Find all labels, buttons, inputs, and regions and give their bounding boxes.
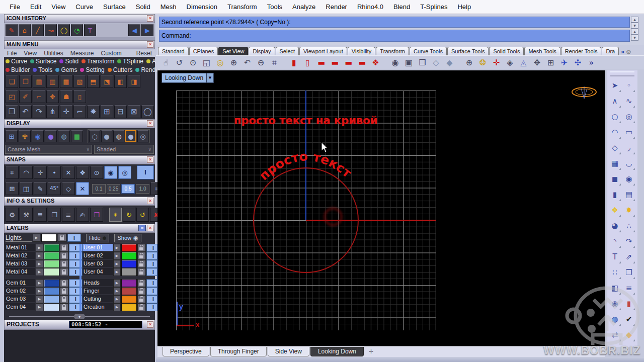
layout-icon[interactable]: ▦ [71, 130, 83, 142]
menu-item[interactable]: Help [453, 2, 475, 12]
layer-expand-icon[interactable]: ▶ [113, 287, 121, 295]
layer-color-swatch[interactable] [121, 303, 137, 311]
tool-icon[interactable]: ✥ [46, 90, 59, 103]
layer-expand-icon[interactable]: ▶ [113, 279, 121, 287]
main-menu-item[interactable]: Measure [70, 50, 94, 57]
close-icon[interactable]: ✕ [147, 41, 153, 48]
polyline-icon[interactable]: ∧ [608, 94, 622, 109]
layer-name[interactable]: Cutting [83, 295, 113, 302]
bent-surface-icon[interactable]: ◡ [622, 156, 636, 171]
history-next-icon[interactable]: ▶ [141, 24, 153, 36]
menu-item[interactable]: View [47, 2, 70, 12]
plane-view-icon[interactable]: ✈ [557, 57, 571, 69]
near-snap-icon[interactable]: ◠ [20, 166, 33, 179]
lock-icon[interactable] [137, 260, 146, 268]
lock-icon[interactable] [137, 244, 146, 252]
duplicate-icon[interactable]: ❐ [622, 265, 636, 281]
snap-increment-button[interactable]: 0.25 [107, 184, 120, 194]
undo-view-icon[interactable]: ↶ [240, 57, 254, 69]
tool-icon[interactable]: ▥ [46, 75, 59, 88]
center-snap-icon[interactable]: ⊙ [90, 166, 103, 179]
layer-color-swatch[interactable] [44, 279, 59, 287]
category-item[interactable]: Cutters [108, 66, 133, 73]
blend-curve-icon[interactable]: ↷ [622, 234, 636, 249]
rotate-view-icon[interactable]: ↺ [173, 57, 186, 69]
lock-icon[interactable] [60, 303, 68, 311]
zoom-target-icon[interactable]: ⊕ [227, 57, 240, 69]
toolbar-tab[interactable]: Dra [602, 47, 619, 55]
quad-snap-icon[interactable]: ❖ [76, 166, 89, 179]
tab-overflow-chevron[interactable]: » [619, 48, 626, 55]
menu-item[interactable]: Analyze [288, 2, 320, 12]
lock-icon[interactable] [60, 295, 68, 303]
layer-expand-icon[interactable]: ▶ [36, 295, 43, 303]
lock-icon[interactable] [60, 260, 68, 268]
select-arrow-icon[interactable]: ➤ [608, 78, 622, 94]
menu-item[interactable]: Tools [263, 2, 287, 12]
ghost-mode-icon[interactable]: ◍ [113, 130, 124, 142]
toolbar-grip[interactable] [610, 71, 634, 76]
circle-tool-icon[interactable]: ◯ [58, 24, 70, 36]
toolbar-tab[interactable]: Visibility [348, 47, 376, 55]
scroll-down-icon[interactable]: ▼ [631, 23, 638, 29]
lock-icon[interactable] [137, 252, 146, 260]
planar-mode-button[interactable]: I [137, 165, 154, 179]
clock-icon[interactable]: ◔ [71, 24, 83, 36]
tool-icon[interactable]: ⊟ [114, 105, 127, 118]
tool-icon[interactable]: ⌐ [73, 105, 86, 118]
toolbar-tab[interactable]: Mesh Tools [524, 47, 560, 55]
menu-item[interactable]: Dimension [182, 2, 222, 12]
boolean-union-icon[interactable]: ◕ [608, 218, 622, 234]
lock-icon[interactable] [137, 303, 146, 311]
main-menu-item[interactable]: File [7, 50, 17, 57]
tool-icon[interactable]: ▤ [33, 75, 45, 88]
tool-icon[interactable]: ✛ [60, 105, 72, 118]
spheres-icon[interactable]: ◉ [622, 171, 636, 187]
layers-scrollbar[interactable] [79, 244, 82, 311]
menu-item[interactable]: Mesh [156, 2, 181, 12]
check-icon[interactable]: ✔ [622, 312, 636, 327]
category-item[interactable]: Builder [6, 66, 30, 73]
tool-icon[interactable]: ↶ [19, 105, 32, 118]
layer-name[interactable]: Metal 04 [5, 268, 35, 275]
layer-name[interactable]: User 04 [83, 268, 113, 275]
close-icon[interactable]: ✕ [147, 198, 153, 204]
layer-expand-icon[interactable]: ▶ [113, 260, 121, 268]
collapse-icon[interactable]: ▼ [74, 314, 85, 319]
menu-item[interactable]: Curve [71, 2, 98, 12]
tool-icon[interactable]: ❒ [6, 105, 18, 118]
puzzle-icon[interactable]: ❖ [608, 203, 622, 218]
scroll-up-icon[interactable]: ▲ [631, 29, 638, 35]
tool-icon[interactable]: ✸ [87, 105, 100, 118]
layer-expand-icon[interactable]: ▶ [113, 244, 121, 252]
toolbar-tab[interactable]: CPlanes [189, 47, 218, 55]
layer-name[interactable]: Gem 02 [5, 287, 35, 294]
cplane-dark-icon[interactable]: ◆ [443, 57, 456, 69]
lock-icon[interactable] [60, 287, 68, 295]
save-view-icon[interactable]: ▣ [402, 57, 416, 69]
layer-name[interactable]: User 01 [83, 244, 113, 251]
view-right-icon[interactable]: ▬ [328, 57, 342, 69]
cplane-light-icon[interactable]: ◇ [429, 57, 443, 69]
lock-icon[interactable] [137, 279, 146, 287]
viewport-tab[interactable]: Side View [268, 347, 309, 356]
hatch-icon[interactable]: ≡ [622, 281, 636, 296]
tool-icon[interactable]: ◰ [6, 90, 18, 103]
layer-expand-icon[interactable]: ▶ [113, 295, 121, 303]
set-cplane-icon[interactable]: ⊕ [462, 57, 476, 69]
layer-color-swatch[interactable] [121, 260, 137, 268]
category-item[interactable]: Curve [6, 58, 27, 65]
grid-snap-icon[interactable]: ⌗ [6, 166, 19, 179]
grid-axes-icon[interactable]: ⊞ [6, 130, 18, 142]
camera-icon[interactable]: ◉ [388, 57, 402, 69]
toolbar-tab[interactable]: Curve Tools [410, 47, 447, 55]
toolbar-tab[interactable]: Transform [376, 47, 409, 55]
layer-expand-icon[interactable]: ▶ [113, 252, 121, 260]
sphere-purple-icon[interactable]: ● [45, 130, 57, 142]
pan-icon[interactable]: ☝ [159, 57, 173, 69]
mid-snap-icon[interactable]: ◎ [118, 166, 131, 179]
curve-blend-icon[interactable]: ◞ [622, 140, 636, 156]
array-icon[interactable]: ∷ [608, 265, 622, 281]
tool-icon[interactable]: ▧ [73, 75, 86, 88]
cplane-vertical-icon[interactable]: ✛ [490, 57, 503, 69]
